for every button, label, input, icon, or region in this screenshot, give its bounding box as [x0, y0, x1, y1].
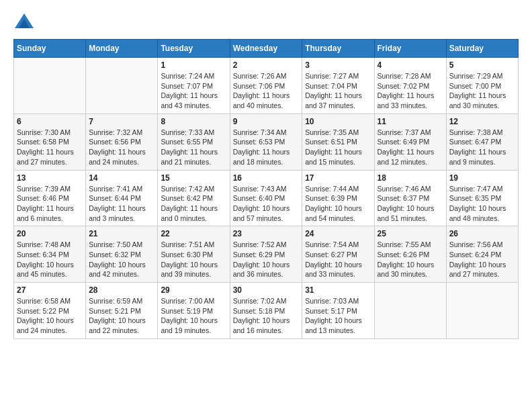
calendar-cell: 1Sunrise: 7:24 AM Sunset: 7:07 PM Daylig…	[158, 58, 230, 114]
day-detail: Sunrise: 7:35 AM Sunset: 6:51 PM Dayligh…	[305, 128, 371, 167]
day-detail: Sunrise: 7:03 AM Sunset: 5:17 PM Dayligh…	[305, 296, 371, 336]
calendar-cell: 12Sunrise: 7:38 AM Sunset: 6:47 PM Dayli…	[446, 113, 518, 170]
day-detail: Sunrise: 7:00 AM Sunset: 5:19 PM Dayligh…	[161, 296, 226, 336]
calendar-body: 1Sunrise: 7:24 AM Sunset: 7:07 PM Daylig…	[14, 58, 519, 339]
day-detail: Sunrise: 7:32 AM Sunset: 6:56 PM Dayligh…	[89, 128, 154, 167]
calendar-cell	[446, 283, 518, 339]
day-number: 20	[17, 229, 83, 238]
day-detail: Sunrise: 7:38 AM Sunset: 6:47 PM Dayligh…	[449, 128, 515, 167]
calendar-cell: 17Sunrise: 7:44 AM Sunset: 6:39 PM Dayli…	[302, 170, 374, 226]
day-number: 26	[449, 229, 515, 238]
day-number: 2	[233, 60, 300, 70]
day-number: 28	[89, 285, 154, 295]
calendar-cell: 27Sunrise: 6:58 AM Sunset: 5:22 PM Dayli…	[14, 283, 86, 339]
column-header-saturday: Saturday	[446, 40, 518, 58]
day-detail: Sunrise: 7:02 AM Sunset: 5:18 PM Dayligh…	[233, 296, 300, 336]
day-number: 8	[161, 117, 226, 126]
day-detail: Sunrise: 7:56 AM Sunset: 6:24 PM Dayligh…	[449, 240, 515, 279]
calendar-cell: 6Sunrise: 7:30 AM Sunset: 6:58 PM Daylig…	[14, 113, 86, 170]
calendar-cell: 3Sunrise: 7:27 AM Sunset: 7:04 PM Daylig…	[302, 58, 374, 114]
calendar-table: SundayMondayTuesdayWednesdayThursdayFrid…	[13, 39, 519, 339]
day-number: 6	[17, 117, 83, 126]
day-detail: Sunrise: 7:30 AM Sunset: 6:58 PM Dayligh…	[17, 128, 83, 167]
calendar-cell: 10Sunrise: 7:35 AM Sunset: 6:51 PM Dayli…	[302, 113, 374, 170]
day-number: 24	[305, 229, 371, 238]
day-detail: Sunrise: 7:54 AM Sunset: 6:27 PM Dayligh…	[305, 240, 371, 279]
day-detail: Sunrise: 6:58 AM Sunset: 5:22 PM Dayligh…	[17, 296, 83, 336]
calendar-cell	[14, 58, 86, 114]
page-header	[13, 13, 519, 28]
header-row: SundayMondayTuesdayWednesdayThursdayFrid…	[14, 40, 519, 58]
calendar-cell: 23Sunrise: 7:52 AM Sunset: 6:29 PM Dayli…	[230, 226, 302, 283]
column-header-friday: Friday	[374, 40, 446, 58]
calendar-cell	[374, 283, 446, 339]
day-detail: Sunrise: 7:48 AM Sunset: 6:34 PM Dayligh…	[17, 240, 83, 279]
day-detail: Sunrise: 7:41 AM Sunset: 6:44 PM Dayligh…	[89, 184, 154, 224]
day-detail: Sunrise: 6:59 AM Sunset: 5:21 PM Dayligh…	[89, 296, 154, 336]
day-number: 10	[305, 117, 371, 126]
calendar-cell: 13Sunrise: 7:39 AM Sunset: 6:46 PM Dayli…	[14, 170, 86, 226]
day-number: 25	[378, 229, 443, 238]
calendar-header: SundayMondayTuesdayWednesdayThursdayFrid…	[14, 40, 519, 58]
day-number: 29	[161, 285, 226, 295]
calendar-cell: 24Sunrise: 7:54 AM Sunset: 6:27 PM Dayli…	[302, 226, 374, 283]
day-number: 31	[305, 285, 371, 295]
calendar-cell: 30Sunrise: 7:02 AM Sunset: 5:18 PM Dayli…	[230, 283, 302, 339]
calendar-cell: 14Sunrise: 7:41 AM Sunset: 6:44 PM Dayli…	[86, 170, 158, 226]
week-row-5: 27Sunrise: 6:58 AM Sunset: 5:22 PM Dayli…	[14, 283, 519, 339]
day-detail: Sunrise: 7:29 AM Sunset: 7:00 PM Dayligh…	[449, 71, 515, 111]
day-detail: Sunrise: 7:33 AM Sunset: 6:55 PM Dayligh…	[161, 128, 226, 167]
calendar-cell: 18Sunrise: 7:46 AM Sunset: 6:37 PM Dayli…	[374, 170, 446, 226]
day-detail: Sunrise: 7:27 AM Sunset: 7:04 PM Dayligh…	[305, 71, 371, 111]
calendar-cell: 5Sunrise: 7:29 AM Sunset: 7:00 PM Daylig…	[446, 58, 518, 114]
day-number: 9	[233, 117, 300, 126]
day-detail: Sunrise: 7:37 AM Sunset: 6:49 PM Dayligh…	[378, 128, 443, 167]
day-number: 12	[449, 117, 515, 126]
day-number: 13	[17, 173, 83, 183]
calendar-cell: 4Sunrise: 7:28 AM Sunset: 7:02 PM Daylig…	[374, 58, 446, 114]
day-number: 22	[161, 229, 226, 238]
calendar-cell: 31Sunrise: 7:03 AM Sunset: 5:17 PM Dayli…	[302, 283, 374, 339]
calendar-cell: 19Sunrise: 7:47 AM Sunset: 6:35 PM Dayli…	[446, 170, 518, 226]
calendar-cell: 15Sunrise: 7:42 AM Sunset: 6:42 PM Dayli…	[158, 170, 230, 226]
column-header-monday: Monday	[86, 40, 158, 58]
day-detail: Sunrise: 7:24 AM Sunset: 7:07 PM Dayligh…	[161, 71, 226, 111]
day-detail: Sunrise: 7:26 AM Sunset: 7:06 PM Dayligh…	[233, 71, 300, 111]
calendar-cell: 29Sunrise: 7:00 AM Sunset: 5:19 PM Dayli…	[158, 283, 230, 339]
day-detail: Sunrise: 7:47 AM Sunset: 6:35 PM Dayligh…	[449, 184, 515, 224]
day-number: 30	[233, 285, 300, 295]
calendar-cell: 25Sunrise: 7:55 AM Sunset: 6:26 PM Dayli…	[374, 226, 446, 283]
day-number: 23	[233, 229, 300, 238]
day-detail: Sunrise: 7:43 AM Sunset: 6:40 PM Dayligh…	[233, 184, 300, 224]
day-number: 18	[378, 173, 443, 183]
calendar-cell: 2Sunrise: 7:26 AM Sunset: 7:06 PM Daylig…	[230, 58, 302, 114]
calendar-cell: 11Sunrise: 7:37 AM Sunset: 6:49 PM Dayli…	[374, 113, 446, 170]
day-number: 27	[17, 285, 83, 295]
day-number: 11	[378, 117, 443, 126]
calendar-cell	[86, 58, 158, 114]
calendar-cell: 8Sunrise: 7:33 AM Sunset: 6:55 PM Daylig…	[158, 113, 230, 170]
column-header-sunday: Sunday	[14, 40, 86, 58]
day-number: 7	[89, 117, 154, 126]
calendar-cell: 16Sunrise: 7:43 AM Sunset: 6:40 PM Dayli…	[230, 170, 302, 226]
day-number: 5	[449, 60, 515, 70]
day-number: 16	[233, 173, 300, 183]
day-number: 19	[449, 173, 515, 183]
day-detail: Sunrise: 7:51 AM Sunset: 6:30 PM Dayligh…	[161, 240, 226, 279]
calendar-cell: 22Sunrise: 7:51 AM Sunset: 6:30 PM Dayli…	[158, 226, 230, 283]
day-detail: Sunrise: 7:50 AM Sunset: 6:32 PM Dayligh…	[89, 240, 154, 279]
day-number: 17	[305, 173, 371, 183]
week-row-1: 1Sunrise: 7:24 AM Sunset: 7:07 PM Daylig…	[14, 58, 519, 114]
day-detail: Sunrise: 7:39 AM Sunset: 6:46 PM Dayligh…	[17, 184, 83, 224]
day-number: 4	[378, 60, 443, 70]
day-detail: Sunrise: 7:52 AM Sunset: 6:29 PM Dayligh…	[233, 240, 300, 279]
calendar-cell: 9Sunrise: 7:34 AM Sunset: 6:53 PM Daylig…	[230, 113, 302, 170]
day-number: 3	[305, 60, 371, 70]
week-row-4: 20Sunrise: 7:48 AM Sunset: 6:34 PM Dayli…	[14, 226, 519, 283]
calendar-cell: 7Sunrise: 7:32 AM Sunset: 6:56 PM Daylig…	[86, 113, 158, 170]
day-detail: Sunrise: 7:42 AM Sunset: 6:42 PM Dayligh…	[161, 184, 226, 224]
day-number: 1	[161, 60, 226, 70]
day-number: 14	[89, 173, 154, 183]
day-detail: Sunrise: 7:34 AM Sunset: 6:53 PM Dayligh…	[233, 128, 300, 167]
week-row-2: 6Sunrise: 7:30 AM Sunset: 6:58 PM Daylig…	[14, 113, 519, 170]
